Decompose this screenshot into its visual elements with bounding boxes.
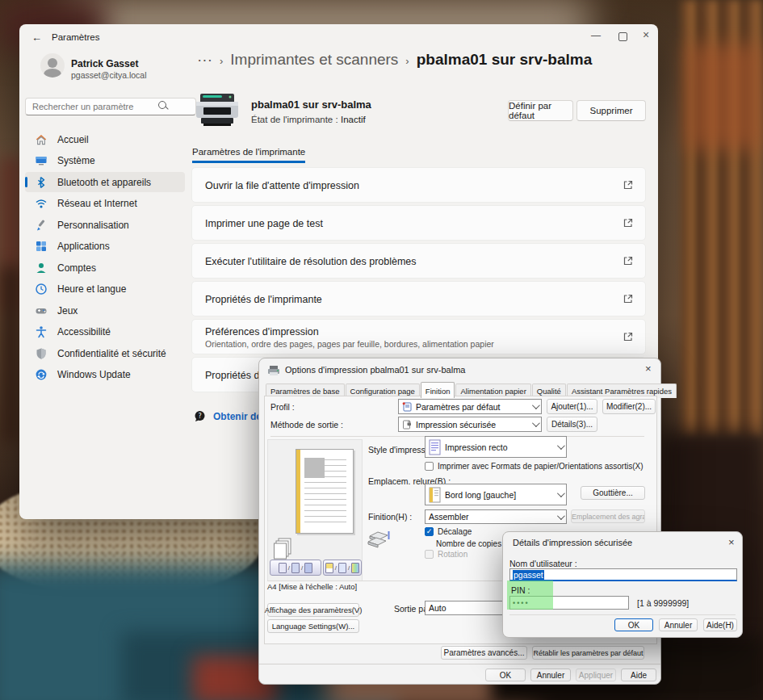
sidebar-item-applications[interactable]: Applications [25,236,185,256]
sidebar-item-personnalisation[interactable]: Personnalisation [25,215,185,235]
output-method-combobox[interactable]: Impression sécurisée [398,417,542,432]
printer-properties-row[interactable]: Propriétés de l'imprimante [191,281,646,316]
sidebar-item-confidentialite[interactable]: Confidentialité et sécurité [25,343,185,363]
svg-text:?: ? [198,413,201,420]
external-link-icon [623,331,634,342]
background-bookshelf [681,0,763,436]
breadcrumb: ··· › Imprimantes et scanners › pbalma01… [197,51,592,69]
secure-dialog-close-icon[interactable]: × [728,536,735,548]
profile-label: Profil : [270,402,295,412]
checkbox-label: Imprimer avec Formats de papier/Orientat… [438,462,644,471]
sidebar-item-systeme[interactable]: Système [25,150,185,170]
finishing-label: Finition(H) : [368,512,412,522]
network-icon [35,197,48,210]
offset-checkbox[interactable]: ✓ Décalage [425,527,472,536]
avatar[interactable] [40,53,65,78]
sidebar-item-label: Heure et langue [57,283,126,295]
maximize-icon[interactable] [618,32,627,41]
tab-parametres-imprimante[interactable]: Paramètres de l'imprimante [192,147,305,163]
printing-preferences-row[interactable]: Préférences d'impression Orientation, or… [191,319,646,354]
close-icon[interactable]: × [643,30,649,40]
set-default-button[interactable]: Définir par défaut [508,100,573,121]
advanced-settings-button[interactable]: Paramètres avancés... [441,646,527,660]
breadcrumb-current: pbalma01 sur srv-balma [417,51,593,69]
windows-update-icon [35,368,48,381]
gutter-button[interactable]: Gouttière... [581,486,645,500]
profile-value: Paramètres par défaut [416,402,528,412]
system-icon [35,154,48,167]
chevron-down-icon [557,512,565,520]
sidebar-item-accueil[interactable]: Accueil [25,129,185,149]
match-paper-checkbox[interactable]: Imprimer avec Formats de papier/Orientat… [425,462,644,471]
tab-finition[interactable]: Finition [421,382,455,398]
chevron-right-icon: › [220,53,223,67]
sidebar-item-label: Applications [57,241,110,252]
sidebar-item-bluetooth[interactable]: Bluetooth et appareils [25,172,185,192]
search-input[interactable] [25,98,196,115]
preview-toolbar-group-1[interactable]: // [270,560,321,576]
restore-defaults-button[interactable]: Rétablir les paramètres par défaut [532,646,644,660]
sidebar-item-label: Réseau et Internet [57,198,137,209]
active-indicator [25,177,27,187]
sidebar-item-heure-langue[interactable]: Heure et langue [25,279,185,299]
add-button[interactable]: Ajouter(1)... [547,399,597,414]
breadcrumb-section[interactable]: Imprimantes et scanners [230,51,398,69]
accessibility-icon [35,325,48,338]
preview-toolbar-group-2[interactable]: // [323,560,362,576]
view-settings-button[interactable]: Affichage des paramètres(V) [267,603,359,617]
username-value-selected: pgasset [513,570,544,580]
time-language-icon [35,283,48,296]
sidebar-item-windows-update[interactable]: Windows Update [25,364,185,384]
pin-ok-button[interactable]: OK [614,618,653,631]
secure-print-icon [402,420,412,430]
page-preview [296,449,354,534]
printer-icon [194,92,241,128]
pin-cancel-button[interactable]: Annuler [659,618,698,631]
finishing-value: Assembler [429,512,553,522]
sidebar-item-comptes[interactable]: Comptes [25,258,185,278]
username-input[interactable]: pgasset [509,568,737,581]
open-print-queue-row[interactable]: Ouvrir la file d'attente d'impression [191,167,646,203]
external-link-icon [623,293,634,304]
help-button[interactable]: Aide [621,669,656,681]
pages-stack-icon [273,537,294,560]
finishing-combobox[interactable]: Assembler [425,509,567,524]
printer-name: pbalma01 sur srv-balma [251,99,371,111]
pin-help-button[interactable]: Aide(H) [703,618,737,631]
breadcrumb-more-icon[interactable]: ··· [197,51,212,69]
checkbox-label: Rotation [438,550,467,559]
language-settings-button[interactable]: Language Settings(W)... [267,619,359,633]
details-button[interactable]: Détails(3)... [547,417,597,432]
preview-panel: // // [267,439,363,581]
run-troubleshooter-row[interactable]: Exécuter l'utilitaire de résolution des … [191,243,646,279]
modify-button[interactable]: Modifier(2)... [602,399,656,414]
sidebar-item-accessibilite[interactable]: Accessibilité [25,321,185,342]
footer-divider [259,664,660,664]
cancel-button[interactable]: Annuler [530,669,571,681]
ok-button[interactable]: OK [485,669,526,681]
sidebar-item-jeux[interactable]: Jeux [25,300,185,321]
pin-input[interactable]: •••• [509,596,629,610]
privacy-icon [35,347,48,360]
simplex-page-icon [429,439,441,455]
print-test-page-row[interactable]: Imprimer une page de test [191,205,646,241]
get-help-icon: ? [194,410,206,422]
sidebar-item-label: Accueil [57,134,89,145]
profile-combobox[interactable]: Paramètres par défaut [398,399,542,414]
dialog-close-icon[interactable]: × [645,363,652,375]
chevron-down-icon [557,442,565,450]
divider [509,614,736,615]
sidebar-item-label: Système [57,155,95,166]
sidebar-item-reseau[interactable]: Réseau et Internet [25,193,185,213]
minimize-icon[interactable]: — [591,31,601,40]
delete-button[interactable]: Supprimer [576,100,646,121]
print-style-combobox[interactable]: Impression recto [425,436,567,458]
back-icon[interactable]: ← [31,31,42,44]
user-name: Patrick Gasset [71,58,138,69]
window-title: Paramètres [52,32,99,42]
offset-trays-icon [367,525,391,551]
printer-status-label: État de l'imprimante : [251,115,338,124]
secure-dialog-title: Détails d'impression sécurisée [513,538,632,547]
sidebar-item-label: Jeux [57,305,78,316]
binding-combobox[interactable]: Bord long [gauche] [425,484,567,505]
